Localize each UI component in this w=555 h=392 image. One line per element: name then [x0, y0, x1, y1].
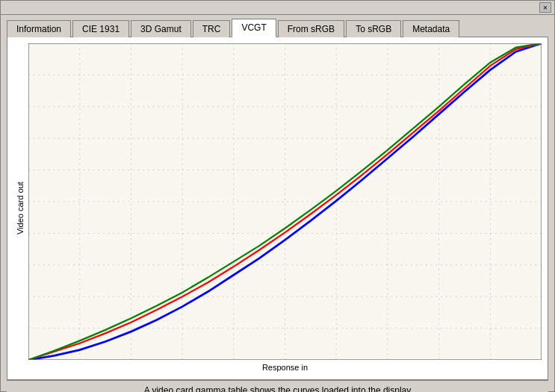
y-axis-label: Video card out — [13, 43, 27, 373]
tab-trc[interactable]: TRC — [193, 20, 231, 37]
footer-description: A video card gamma table shows the curve… — [7, 380, 548, 392]
chart-container: Video card out — [13, 43, 542, 373]
tab-information[interactable]: Information — [7, 20, 71, 37]
main-window: × Information CIE 1931 3D Gamut TRC VCGT… — [0, 0, 555, 392]
chart-inner: Response in — [28, 43, 542, 373]
tab-cie1931[interactable]: CIE 1931 — [72, 20, 129, 37]
close-button[interactable]: × — [539, 2, 551, 13]
tab-metadata[interactable]: Metadata — [403, 20, 459, 37]
content-area: Video card out — [7, 37, 548, 380]
tab-vcgt[interactable]: VCGT — [232, 19, 276, 37]
chart-svg — [28, 43, 542, 360]
x-axis-label: Response in — [28, 360, 542, 373]
title-bar: × — [1, 1, 554, 15]
tabs-bar: Information CIE 1931 3D Gamut TRC VCGT F… — [1, 15, 554, 37]
chart-svg-area — [28, 43, 542, 360]
tab-from-srgb[interactable]: From sRGB — [278, 20, 344, 37]
tab-3d-gamut[interactable]: 3D Gamut — [131, 20, 191, 37]
tab-to-srgb[interactable]: To sRGB — [346, 20, 401, 37]
